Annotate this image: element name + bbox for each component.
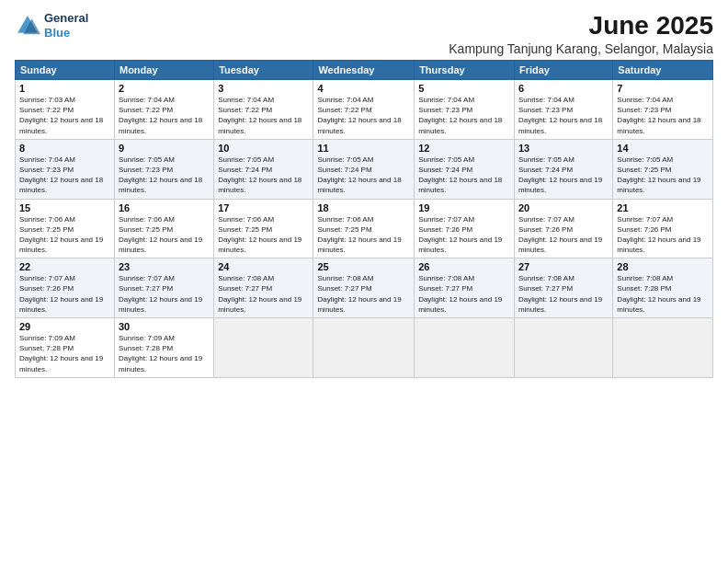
day-info: Sunrise: 7:07 AMSunset: 7:26 PMDaylight:… xyxy=(518,214,609,256)
day-info: Sunrise: 7:08 AMSunset: 7:27 PMDaylight:… xyxy=(218,273,309,315)
day-number: 9 xyxy=(119,143,210,154)
day-info: Sunrise: 7:06 AMSunset: 7:25 PMDaylight:… xyxy=(19,214,110,256)
table-row: 9Sunrise: 7:05 AMSunset: 7:23 PMDaylight… xyxy=(114,139,213,199)
day-number: 1 xyxy=(19,83,110,94)
title-block: June 2025 Kampung Tanjung Karang, Selang… xyxy=(449,11,713,56)
table-row: 1Sunrise: 7:03 AMSunset: 7:22 PMDaylight… xyxy=(16,80,115,140)
main-title: June 2025 xyxy=(449,11,713,40)
day-info: Sunrise: 7:08 AMSunset: 7:27 PMDaylight:… xyxy=(518,273,609,315)
day-info: Sunrise: 7:05 AMSunset: 7:23 PMDaylight:… xyxy=(119,155,210,196)
table-row: 21Sunrise: 7:07 AMSunset: 7:26 PMDayligh… xyxy=(613,199,713,259)
table-row: 6Sunrise: 7:04 AMSunset: 7:23 PMDaylight… xyxy=(514,80,612,140)
day-number: 25 xyxy=(317,261,410,272)
day-info: Sunrise: 7:05 AMSunset: 7:24 PMDaylight:… xyxy=(418,155,510,196)
day-info: Sunrise: 7:05 AMSunset: 7:25 PMDaylight:… xyxy=(617,155,709,196)
calendar-row: 8Sunrise: 7:04 AMSunset: 7:23 PMDaylight… xyxy=(16,139,713,199)
table-row: 12Sunrise: 7:05 AMSunset: 7:24 PMDayligh… xyxy=(415,139,515,199)
page: General Blue June 2025 Kampung Tanjung K… xyxy=(0,0,728,563)
col-thursday: Thursday xyxy=(415,61,515,80)
table-row: 11Sunrise: 7:05 AMSunset: 7:24 PMDayligh… xyxy=(313,139,415,199)
calendar-row: 22Sunrise: 7:07 AMSunset: 7:26 PMDayligh… xyxy=(16,259,713,318)
table-row: 27Sunrise: 7:08 AMSunset: 7:27 PMDayligh… xyxy=(514,259,612,318)
day-number: 15 xyxy=(19,202,110,213)
day-info: Sunrise: 7:09 AMSunset: 7:28 PMDaylight:… xyxy=(19,333,110,374)
calendar-header-row: Sunday Monday Tuesday Wednesday Thursday… xyxy=(16,61,713,80)
table-row: 16Sunrise: 7:06 AMSunset: 7:25 PMDayligh… xyxy=(114,199,213,259)
logo: General Blue xyxy=(15,11,88,40)
day-info: Sunrise: 7:08 AMSunset: 7:27 PMDaylight:… xyxy=(418,273,510,315)
day-info: Sunrise: 7:08 AMSunset: 7:28 PMDaylight:… xyxy=(617,273,709,315)
table-row: 13Sunrise: 7:05 AMSunset: 7:24 PMDayligh… xyxy=(514,139,612,199)
table-row: 17Sunrise: 7:06 AMSunset: 7:25 PMDayligh… xyxy=(214,199,313,259)
day-info: Sunrise: 7:05 AMSunset: 7:24 PMDaylight:… xyxy=(218,155,309,196)
day-info: Sunrise: 7:07 AMSunset: 7:26 PMDaylight:… xyxy=(418,214,510,256)
table-row: 3Sunrise: 7:04 AMSunset: 7:22 PMDaylight… xyxy=(214,80,313,140)
calendar-row: 29Sunrise: 7:09 AMSunset: 7:28 PMDayligh… xyxy=(16,318,713,378)
day-number: 10 xyxy=(218,143,309,154)
subtitle: Kampung Tanjung Karang, Selangor, Malays… xyxy=(449,41,713,56)
day-number: 17 xyxy=(218,202,309,213)
day-number: 30 xyxy=(119,321,210,332)
table-row: 24Sunrise: 7:08 AMSunset: 7:27 PMDayligh… xyxy=(214,259,313,318)
day-info: Sunrise: 7:04 AMSunset: 7:22 PMDaylight:… xyxy=(317,95,410,136)
day-number: 2 xyxy=(119,83,210,94)
day-number: 29 xyxy=(19,321,110,332)
table-row: 18Sunrise: 7:06 AMSunset: 7:25 PMDayligh… xyxy=(313,199,415,259)
day-number: 26 xyxy=(418,261,510,272)
col-wednesday: Wednesday xyxy=(313,61,415,80)
table-row: 15Sunrise: 7:06 AMSunset: 7:25 PMDayligh… xyxy=(16,199,115,259)
day-number: 27 xyxy=(518,261,609,272)
table-row xyxy=(514,318,612,378)
day-number: 3 xyxy=(218,83,309,94)
day-info: Sunrise: 7:06 AMSunset: 7:25 PMDaylight:… xyxy=(218,214,309,256)
day-number: 24 xyxy=(218,261,309,272)
logo-icon xyxy=(15,13,40,39)
table-row: 19Sunrise: 7:07 AMSunset: 7:26 PMDayligh… xyxy=(415,199,515,259)
table-row: 14Sunrise: 7:05 AMSunset: 7:25 PMDayligh… xyxy=(613,139,713,199)
day-info: Sunrise: 7:07 AMSunset: 7:26 PMDaylight:… xyxy=(19,273,110,315)
col-sunday: Sunday xyxy=(16,61,115,80)
table-row: 20Sunrise: 7:07 AMSunset: 7:26 PMDayligh… xyxy=(514,199,612,259)
table-row: 29Sunrise: 7:09 AMSunset: 7:28 PMDayligh… xyxy=(16,318,115,378)
table-row: 8Sunrise: 7:04 AMSunset: 7:23 PMDaylight… xyxy=(16,139,115,199)
table-row xyxy=(313,318,415,378)
day-info: Sunrise: 7:04 AMSunset: 7:23 PMDaylight:… xyxy=(518,95,609,136)
day-info: Sunrise: 7:04 AMSunset: 7:23 PMDaylight:… xyxy=(617,95,709,136)
day-info: Sunrise: 7:08 AMSunset: 7:27 PMDaylight:… xyxy=(317,273,410,315)
col-friday: Friday xyxy=(514,61,612,80)
day-info: Sunrise: 7:03 AMSunset: 7:22 PMDaylight:… xyxy=(19,95,110,136)
day-info: Sunrise: 7:06 AMSunset: 7:25 PMDaylight:… xyxy=(119,214,210,256)
table-row: 25Sunrise: 7:08 AMSunset: 7:27 PMDayligh… xyxy=(313,259,415,318)
table-row: 23Sunrise: 7:07 AMSunset: 7:27 PMDayligh… xyxy=(114,259,213,318)
table-row xyxy=(415,318,515,378)
calendar-row: 15Sunrise: 7:06 AMSunset: 7:25 PMDayligh… xyxy=(16,199,713,259)
day-number: 6 xyxy=(518,83,609,94)
day-number: 19 xyxy=(418,202,510,213)
day-number: 7 xyxy=(617,83,709,94)
table-row: 5Sunrise: 7:04 AMSunset: 7:23 PMDaylight… xyxy=(415,80,515,140)
day-info: Sunrise: 7:05 AMSunset: 7:24 PMDaylight:… xyxy=(317,155,410,196)
table-row: 4Sunrise: 7:04 AMSunset: 7:22 PMDaylight… xyxy=(313,80,415,140)
day-number: 5 xyxy=(418,83,510,94)
col-monday: Monday xyxy=(114,61,213,80)
header: General Blue June 2025 Kampung Tanjung K… xyxy=(15,11,713,56)
table-row xyxy=(214,318,313,378)
day-info: Sunrise: 7:06 AMSunset: 7:25 PMDaylight:… xyxy=(317,214,410,256)
day-number: 14 xyxy=(617,143,709,154)
day-info: Sunrise: 7:09 AMSunset: 7:28 PMDaylight:… xyxy=(119,333,210,374)
col-saturday: Saturday xyxy=(613,61,713,80)
table-row: 2Sunrise: 7:04 AMSunset: 7:22 PMDaylight… xyxy=(114,80,213,140)
day-number: 22 xyxy=(19,261,110,272)
day-info: Sunrise: 7:04 AMSunset: 7:23 PMDaylight:… xyxy=(418,95,510,136)
table-row: 10Sunrise: 7:05 AMSunset: 7:24 PMDayligh… xyxy=(214,139,313,199)
day-number: 21 xyxy=(617,202,709,213)
day-info: Sunrise: 7:07 AMSunset: 7:26 PMDaylight:… xyxy=(617,214,709,256)
day-number: 11 xyxy=(317,143,410,154)
calendar-row: 1Sunrise: 7:03 AMSunset: 7:22 PMDaylight… xyxy=(16,80,713,140)
day-number: 8 xyxy=(19,143,110,154)
day-info: Sunrise: 7:07 AMSunset: 7:27 PMDaylight:… xyxy=(119,273,210,315)
day-number: 13 xyxy=(518,143,609,154)
day-number: 20 xyxy=(518,202,609,213)
day-info: Sunrise: 7:04 AMSunset: 7:23 PMDaylight:… xyxy=(19,155,110,196)
table-row: 30Sunrise: 7:09 AMSunset: 7:28 PMDayligh… xyxy=(114,318,213,378)
